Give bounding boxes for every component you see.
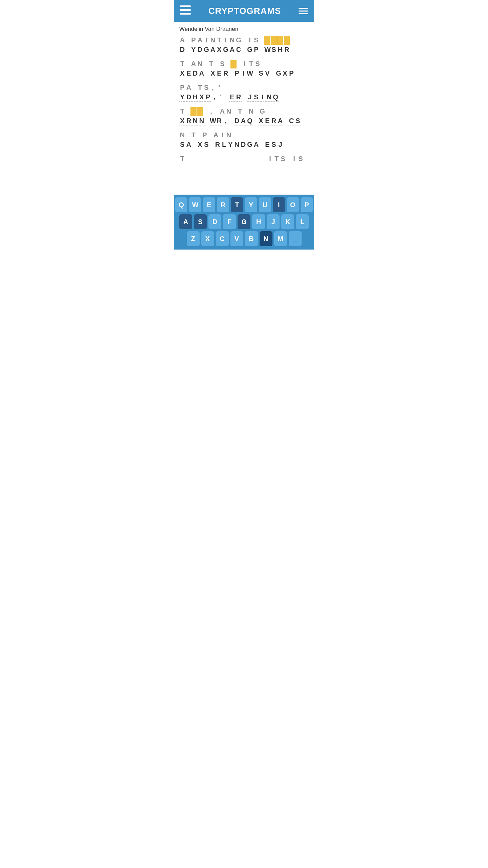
key-V[interactable]: V [230,231,243,246]
sol-char[interactable]: I [269,155,271,163]
sol-char-highlighted[interactable] [271,36,277,45]
cipher-char[interactable]: Q [247,117,253,125]
key-X[interactable]: X [201,231,214,246]
cipher-char[interactable]: S [253,93,259,102]
cipher-char[interactable]: , [223,117,229,125]
cipher-char[interactable]: Y [190,45,197,54]
sol-char[interactable]: N [226,131,231,140]
cipher-char[interactable]: W [264,45,270,54]
sol-char-highlighted[interactable] [277,36,283,45]
key-F[interactable]: F [223,214,236,229]
cipher-char[interactable]: L [221,140,227,149]
cipher-char[interactable]: H [192,93,198,102]
cipher-char[interactable]: N [199,117,205,125]
cipher-char[interactable]: N [266,93,272,102]
cipher-char[interactable]: C [288,117,294,125]
cipher-char[interactable]: S [271,140,277,149]
cipher-char[interactable]: G [223,45,229,54]
key-H[interactable]: H [252,214,265,229]
cipher-char[interactable]: P [253,45,259,54]
key-U[interactable]: U [259,197,271,212]
sol-char[interactable]: S [298,155,303,163]
cipher-char[interactable]: D [234,117,240,125]
cipher-char[interactable]: D [192,69,198,78]
sol-char[interactable]: I [205,36,207,45]
sol-char-highlighted[interactable] [230,60,237,68]
cipher-char[interactable]: A [186,140,192,149]
cipher-char[interactable]: Q [272,93,279,102]
cipher-char[interactable]: Y [179,93,185,102]
sol-char[interactable]: T [180,60,184,68]
sol-char[interactable]: A [214,131,218,140]
key-P[interactable]: P [301,197,313,212]
sol-char[interactable]: S [220,60,224,68]
cipher-char[interactable]: D [179,45,185,54]
sol-char[interactable]: N [230,36,235,45]
cipher-char[interactable]: G [276,69,282,78]
cipher-char[interactable]: A [253,140,259,149]
cipher-char[interactable]: I [240,69,246,78]
cipher-char[interactable]: X [258,117,264,125]
sol-char[interactable]: T [209,60,213,68]
sol-char[interactable]: A [198,36,202,45]
sol-char[interactable]: T [249,60,253,68]
sol-char-highlighted[interactable] [190,107,197,116]
cipher-char[interactable]: P [205,93,211,102]
cipher-char[interactable]: E [229,93,235,102]
cipher-char[interactable]: Y [227,140,233,149]
cipher-char[interactable]: W [210,117,216,125]
key-T[interactable]: T [231,197,243,212]
cipher-char[interactable]: X [216,45,222,54]
cipher-char[interactable]: ' [218,93,224,102]
sol-char[interactable]: T [191,131,196,140]
cipher-char[interactable]: R [186,117,192,125]
key-Y[interactable]: Y [245,197,257,212]
key-N[interactable]: N [260,231,272,246]
sol-char[interactable]: , [210,107,212,116]
cipher-char[interactable]: E [264,117,270,125]
sol-char[interactable]: I [293,155,295,163]
cipher-char[interactable]: E [216,69,222,78]
sol-char[interactable]: T [180,155,184,163]
sol-char[interactable]: N [249,107,253,116]
cipher-char[interactable]: R [216,117,222,125]
cipher-char[interactable]: R [215,140,221,149]
cipher-char[interactable]: S [203,140,209,149]
key-G[interactable]: G [238,214,250,229]
cipher-char[interactable]: W [247,69,253,78]
sol-char[interactable]: S [281,155,285,163]
key-A[interactable]: A [179,214,192,229]
sol-char-highlighted[interactable] [197,107,203,116]
sol-char[interactable]: P [202,131,207,140]
cipher-char[interactable]: R [284,45,290,54]
cipher-char[interactable]: S [295,117,301,125]
sol-char[interactable]: T [238,107,242,116]
sol-char[interactable]: I [244,60,246,68]
key-M[interactable]: M [274,231,287,246]
sol-char[interactable]: G [260,107,265,116]
key-Z[interactable]: Z [187,231,200,246]
sol-char[interactable]: N [210,36,215,45]
cipher-char[interactable]: R [236,93,242,102]
sol-char[interactable]: A [191,60,196,68]
cipher-char[interactable]: A [229,45,235,54]
key-S[interactable]: S [194,214,207,229]
key-B[interactable]: B [245,231,258,246]
cipher-char[interactable]: H [277,45,283,54]
cipher-char[interactable]: S [258,69,264,78]
key-E[interactable]: E [203,197,215,212]
cipher-char[interactable]: S [179,140,185,149]
key-R[interactable]: R [217,197,229,212]
sol-char[interactable]: N [180,131,185,140]
key-J[interactable]: J [267,214,280,229]
sol-char[interactable]: ' [219,83,220,92]
sol-char[interactable]: A [180,36,185,45]
sol-char[interactable]: I [225,36,227,45]
cipher-char[interactable]: A [199,69,205,78]
cipher-char[interactable]: E [186,69,192,78]
cipher-char[interactable]: N [234,140,240,149]
cipher-char[interactable]: I [260,93,266,102]
cipher-char[interactable]: G [247,140,253,149]
cipher-char[interactable]: G [203,45,209,54]
cipher-char[interactable]: X [282,69,288,78]
